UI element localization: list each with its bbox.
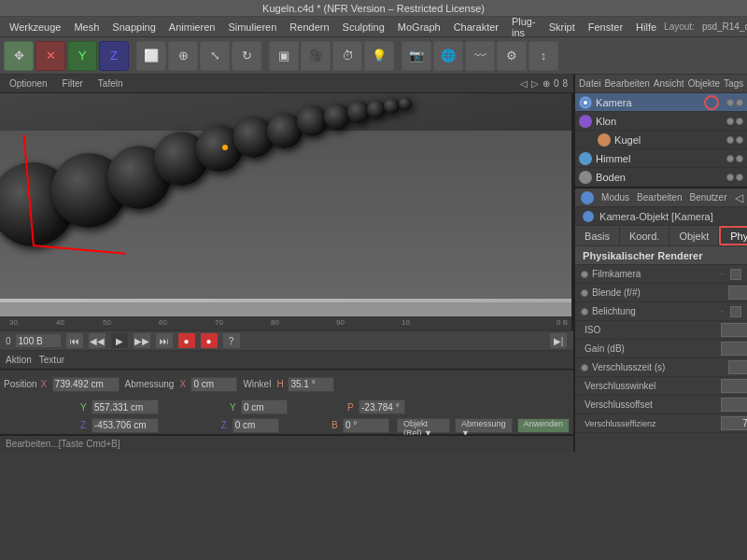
prop-input-verschlusszeit[interactable]	[728, 360, 747, 374]
tool-light-btn[interactable]: 💡	[364, 41, 394, 71]
btn-next-keyframe[interactable]: ⏭	[155, 332, 174, 349]
coord-z-input[interactable]	[92, 418, 159, 433]
ptab-objekt[interactable]: Objekt	[669, 226, 719, 245]
action-label[interactable]: Aktion	[6, 355, 32, 365]
obj-tab-bearbeiten[interactable]: Bearbeiten	[604, 78, 649, 89]
menu-sculpting[interactable]: Sculpting	[337, 20, 390, 35]
vp-icon-4[interactable]: 0	[554, 78, 559, 89]
prop-input-verschlusswinkel[interactable]	[721, 379, 747, 393]
btn-prev-keyframe[interactable]: ⏮	[65, 332, 84, 349]
prop-input-gain[interactable]	[721, 342, 747, 356]
btn-record2[interactable]: ●	[200, 332, 218, 349]
tool-env-btn[interactable]: 🌐	[433, 41, 463, 71]
tool-select-btn[interactable]: ⬜	[136, 41, 166, 71]
menu-skript[interactable]: Skript	[543, 20, 581, 35]
obj-dot-himmel-2[interactable]	[736, 155, 743, 162]
prop-cb-filmkamera[interactable]	[730, 269, 741, 280]
prop-input-iso[interactable]	[721, 323, 747, 337]
tool-y-btn[interactable]: Y	[67, 41, 97, 71]
obj-tab-objekte[interactable]: Objekte	[688, 78, 720, 89]
viewport-3d[interactable]: 30 40 50 60 70 80 90 10 0 B	[0, 93, 573, 330]
btn-prev-frame[interactable]: ◀◀	[88, 332, 106, 349]
layout-name[interactable]: psd_R14_c4d_0...	[697, 20, 747, 34]
obj-tab-datei[interactable]: Datei	[579, 78, 600, 89]
btn-play[interactable]: ▶	[110, 332, 129, 349]
props-tab-benutzer[interactable]: Benutzer	[689, 192, 726, 203]
coord-sy-input[interactable]	[241, 399, 288, 414]
coord-x-input[interactable]	[52, 377, 120, 392]
textur-label[interactable]: Textur	[39, 355, 64, 365]
obj-dot-2[interactable]	[736, 99, 743, 106]
obj-dot-boden-2[interactable]	[736, 174, 743, 181]
menu-simulieren[interactable]: Simulieren	[222, 20, 282, 35]
vp-icon-1[interactable]: ◁	[520, 78, 528, 89]
coord-mode-dropdown[interactable]: Objekt (Rel) ▼	[397, 418, 450, 433]
coord-p-input[interactable]	[359, 399, 405, 414]
props-tab-modus[interactable]: Modus	[601, 192, 629, 203]
obj-row-himmel[interactable]: Himmel	[575, 149, 747, 168]
menu-charakter[interactable]: Charakter	[448, 20, 504, 35]
ptab-basis[interactable]: Basis	[575, 226, 620, 245]
vp-icon-5[interactable]: 8	[563, 78, 569, 89]
vp-icon-3[interactable]: ⊕	[543, 78, 550, 89]
coord-y-input[interactable]	[92, 399, 159, 414]
obj-dot-kugel-2[interactable]	[736, 136, 743, 144]
tool-x-btn[interactable]: ✕	[35, 41, 65, 71]
tool-object-btn[interactable]: ▣	[269, 41, 299, 71]
menu-werkzeuge[interactable]: Werkzeuge	[4, 20, 66, 35]
props-tab-bearbeiten[interactable]: Bearbeiten	[637, 192, 682, 203]
obj-row-boden[interactable]: Boden	[575, 168, 747, 187]
btn-question[interactable]: ?	[222, 332, 241, 349]
obj-tab-ansicht[interactable]: Ansicht	[654, 78, 684, 89]
btn-end[interactable]: ▶|	[549, 332, 568, 349]
prop-cb-belichtung[interactable]	[730, 306, 741, 317]
tool-scale-btn[interactable]: ⤡	[200, 41, 230, 71]
obj-tab-tags[interactable]: Tags	[724, 78, 743, 89]
menu-mesh[interactable]: Mesh	[68, 20, 105, 35]
coord-h-input[interactable]	[288, 377, 334, 392]
props-arrow-left[interactable]: ◁	[735, 191, 743, 204]
tool-deform-btn[interactable]: ↕	[529, 41, 558, 71]
obj-dot-1[interactable]	[726, 99, 734, 106]
vp-optionen[interactable]: Optionen	[6, 78, 51, 89]
ptab-koord[interactable]: Koord.	[620, 226, 669, 245]
obj-dot-klon-1[interactable]	[726, 118, 734, 125]
obj-row-klon[interactable]: Klon	[575, 112, 747, 131]
coord-abm-dropdown[interactable]: Abmessung ▼	[455, 418, 513, 433]
vp-filter[interactable]: Filter	[59, 78, 87, 89]
prop-input-blende[interactable]	[728, 286, 747, 300]
obj-active-btn-kamera[interactable]	[704, 95, 719, 110]
coord-sz-input[interactable]	[233, 418, 279, 433]
obj-dot-klon-2[interactable]	[736, 118, 743, 125]
vp-tafeln[interactable]: Tafeln	[94, 78, 127, 89]
obj-dot-kugel-1[interactable]	[726, 136, 734, 144]
obj-row-kamera[interactable]: Kamera	[575, 93, 747, 112]
prop-input-verschlussoffset[interactable]	[721, 398, 747, 412]
prop-input-ve[interactable]	[721, 416, 747, 430]
tool-anim-btn[interactable]: ⏱	[332, 41, 362, 71]
tool-move-btn[interactable]: ⊕	[168, 41, 198, 71]
obj-row-kugel[interactable]: Kugel	[575, 131, 747, 149]
tool-z-btn[interactable]: Z	[99, 41, 129, 71]
menu-plugins[interactable]: Plug-ins	[506, 14, 542, 40]
vp-icon-2[interactable]: ▷	[531, 78, 539, 89]
tool-render-btn[interactable]: 🎥	[301, 41, 331, 71]
coord-sx-input[interactable]	[190, 377, 237, 392]
btn-next-frame[interactable]: ▶▶	[133, 332, 151, 349]
tool-spline-btn[interactable]: 〰	[465, 41, 495, 71]
coord-b-input[interactable]	[343, 418, 389, 433]
obj-dot-boden-1[interactable]	[726, 174, 734, 181]
tool-camera-btn[interactable]: 📷	[402, 41, 431, 71]
tool-mode-btn[interactable]: ✥	[4, 41, 34, 71]
coord-apply-btn[interactable]: Anwenden	[517, 418, 571, 433]
menu-mograph[interactable]: MoGraph	[392, 20, 446, 35]
ptab-physikalisch[interactable]: Physikalisch	[719, 226, 747, 245]
frame-input[interactable]: 100 B	[15, 333, 62, 348]
obj-dot-himmel-1[interactable]	[726, 155, 734, 162]
menu-rendern[interactable]: Rendern	[284, 20, 334, 35]
menu-fenster[interactable]: Fenster	[583, 20, 628, 35]
menu-snapping[interactable]: Snapping	[106, 20, 162, 35]
menu-hilfe[interactable]: Hilfe	[630, 20, 662, 35]
tool-gen-btn[interactable]: ⚙	[497, 41, 527, 71]
btn-record[interactable]: ●	[177, 332, 196, 349]
